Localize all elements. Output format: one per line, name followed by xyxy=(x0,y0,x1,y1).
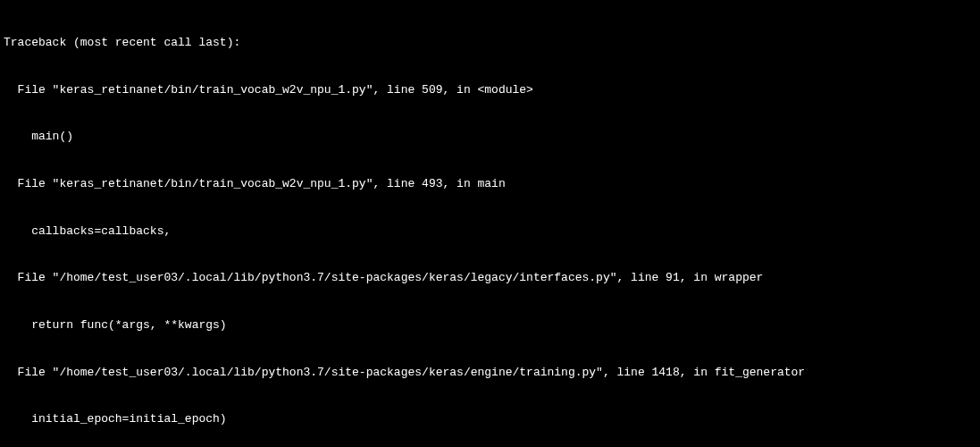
traceback-header: Traceback (most recent call last): xyxy=(4,35,976,51)
traceback-line: callbacks=callbacks, xyxy=(4,224,976,240)
traceback-line: File "/home/test_user03/.local/lib/pytho… xyxy=(4,365,976,381)
traceback-line: return func(*args, **kwargs) xyxy=(4,317,976,333)
traceback-line: File "/home/test_user03/.local/lib/pytho… xyxy=(4,270,976,286)
traceback-line: main() xyxy=(4,129,976,145)
traceback-line: initial_epoch=initial_epoch) xyxy=(4,411,976,427)
traceback-line: File "keras_retinanet/bin/train_vocab_w2… xyxy=(4,82,976,98)
traceback-line: File "keras_retinanet/bin/train_vocab_w2… xyxy=(4,176,976,192)
terminal-output: Traceback (most recent call last): File … xyxy=(4,4,976,447)
